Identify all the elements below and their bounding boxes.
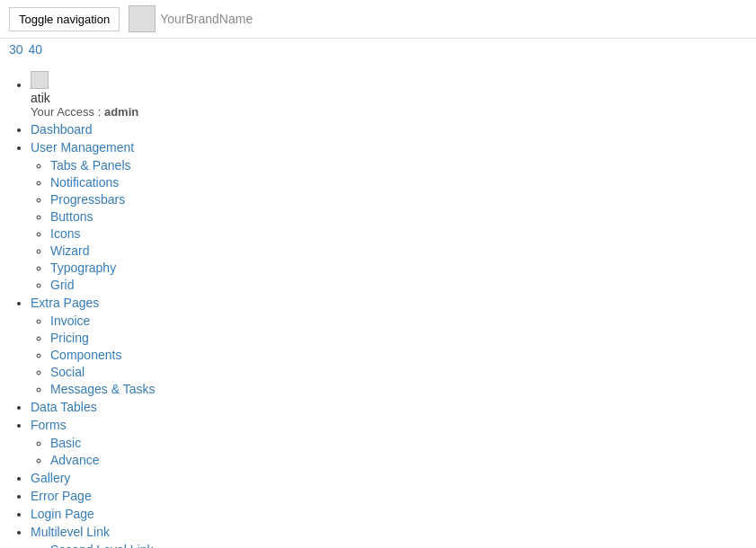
nav-sub-item: Typography bbox=[50, 261, 743, 275]
nav-item-data-tables: Data Tables bbox=[31, 400, 743, 414]
nav-item-gallery: Gallery bbox=[31, 471, 743, 485]
gallery-link[interactable]: Gallery bbox=[31, 471, 70, 485]
nav-item-error-page: Error Page bbox=[31, 489, 743, 503]
login-page-link[interactable]: Login Page bbox=[31, 507, 94, 521]
logo-area: YourBrandName bbox=[129, 5, 253, 32]
nav-sub-item: Notifications bbox=[50, 175, 743, 190]
nav-item-login-page: Login Page bbox=[31, 507, 743, 521]
logo-image bbox=[129, 5, 156, 32]
typography-link[interactable]: Typography bbox=[50, 261, 116, 275]
nav-sub-item: Tabs & Panels bbox=[50, 158, 743, 172]
user-management-link[interactable]: User Management bbox=[31, 140, 134, 155]
nav-sub-item: Pricing bbox=[50, 331, 743, 345]
error-page-link[interactable]: Error Page bbox=[31, 489, 92, 503]
social-link[interactable]: Social bbox=[50, 365, 84, 379]
data-tables-link[interactable]: Data Tables bbox=[31, 400, 97, 414]
nav-sub-item: Invoice bbox=[50, 314, 743, 328]
dashboard-link[interactable]: Dashboard bbox=[31, 122, 93, 137]
invoice-link[interactable]: Invoice bbox=[50, 314, 90, 328]
grid-link[interactable]: Grid bbox=[50, 278, 74, 292]
nav-item-dashboard: Dashboard bbox=[31, 122, 743, 137]
messages-tasks-link[interactable]: Messages & Tasks bbox=[50, 382, 155, 396]
nav-sub-item: Advance bbox=[50, 453, 743, 467]
badges-row: 30 40 bbox=[0, 39, 756, 60]
tabs-panels-link[interactable]: Tabs & Panels bbox=[50, 158, 131, 172]
nav-item-forms: Forms Basic Advance bbox=[31, 418, 743, 467]
advance-link[interactable]: Advance bbox=[50, 453, 99, 467]
extra-pages-link[interactable]: Extra Pages bbox=[31, 296, 99, 310]
nav-sub-item: Social bbox=[50, 365, 743, 379]
notifications-link[interactable]: Notifications bbox=[50, 175, 119, 190]
basic-link[interactable]: Basic bbox=[50, 436, 81, 450]
nav-item-multilevel: Multilevel Link Second Level Link Second… bbox=[31, 525, 743, 548]
nav-sub-item: Basic bbox=[50, 436, 743, 450]
pricing-link[interactable]: Pricing bbox=[50, 331, 89, 345]
toggle-nav-button[interactable]: Toggle navigation bbox=[9, 7, 120, 31]
nav-sub-item: Second Level Link bbox=[50, 543, 743, 548]
nav-sub-item: Components bbox=[50, 348, 743, 362]
badge-link-2[interactable]: 40 bbox=[29, 42, 43, 57]
user-info-item: atik Your Access : admin bbox=[31, 71, 743, 119]
wizard-link[interactable]: Wizard bbox=[50, 243, 90, 258]
multilevel-submenu: Second Level Link Second Level Link bbox=[31, 543, 743, 548]
buttons-link[interactable]: Buttons bbox=[50, 209, 93, 224]
user-access-label: Your Access : admin bbox=[31, 105, 743, 119]
user-management-submenu: Tabs & Panels Notifications Progressbars… bbox=[31, 158, 743, 292]
nav-sub-item: Progressbars bbox=[50, 192, 743, 207]
forms-link[interactable]: Forms bbox=[31, 418, 67, 432]
nav-sub-item: Grid bbox=[50, 278, 743, 292]
forms-submenu: Basic Advance bbox=[31, 436, 743, 467]
nav-item-user-management: User Management Tabs & Panels Notificati… bbox=[31, 140, 743, 292]
nav-item-extra-pages: Extra Pages Invoice Pricing Components S… bbox=[31, 296, 743, 396]
user-info: atik Your Access : admin bbox=[31, 71, 743, 119]
components-link[interactable]: Components bbox=[50, 348, 121, 362]
navbar: Toggle navigation YourBrandName bbox=[0, 0, 756, 39]
nav-sub-item: Buttons bbox=[50, 209, 743, 224]
user-avatar bbox=[31, 71, 49, 89]
username: atik bbox=[31, 91, 743, 105]
nav-sub-item: Messages & Tasks bbox=[50, 382, 743, 396]
badge-link-1[interactable]: 30 bbox=[9, 42, 23, 57]
nav-sub-item: Wizard bbox=[50, 243, 743, 258]
icons-link[interactable]: Icons bbox=[50, 226, 80, 241]
second-level-link-1[interactable]: Second Level Link bbox=[50, 543, 153, 548]
sidebar-nav: atik Your Access : admin Dashboard User … bbox=[0, 60, 756, 548]
nav-sub-item: Icons bbox=[50, 226, 743, 241]
progressbars-link[interactable]: Progressbars bbox=[50, 192, 125, 207]
multilevel-link[interactable]: Multilevel Link bbox=[31, 525, 110, 539]
user-access-value: admin bbox=[104, 105, 138, 119]
extra-pages-submenu: Invoice Pricing Components Social Messag… bbox=[31, 314, 743, 396]
brand-text: YourBrandName bbox=[160, 12, 253, 26]
